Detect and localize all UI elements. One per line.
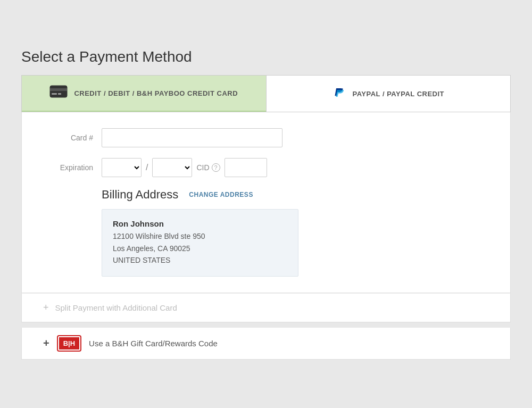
address-line2: Los Angeles, CA 90025: [113, 243, 287, 254]
expiry-selects: 01 02 03 04 05 06 07 08 09 10 11 12 / 20…: [102, 158, 267, 177]
payment-tabs: CREDIT / DEBIT / B&H PAYBOO CREDIT CARD …: [21, 75, 511, 112]
split-payment-bar[interactable]: + Split Payment with Additional Card: [21, 293, 511, 322]
address-name: Ron Johnson: [113, 219, 287, 228]
svg-rect-3: [58, 93, 61, 95]
cid-input[interactable]: [225, 158, 267, 177]
address-line1: 12100 Wilshire Blvd ste 950: [113, 230, 287, 242]
credit-card-panel: Card # Expiration 01 02 03 04 05 06 07 0…: [21, 112, 511, 293]
gift-plus-icon: +: [43, 337, 49, 349]
svg-rect-0: [50, 86, 67, 97]
billing-title: Billing Address: [102, 188, 178, 202]
address-box: Ron Johnson 12100 Wilshire Blvd ste 950 …: [102, 209, 298, 276]
change-address-link[interactable]: CHANGE ADDRESS: [189, 191, 253, 198]
expiry-slash: /: [146, 163, 148, 172]
expiration-row: Expiration 01 02 03 04 05 06 07 08 09 10…: [43, 158, 489, 177]
expiry-month-select[interactable]: 01 02 03 04 05 06 07 08 09 10 11 12: [102, 158, 142, 177]
cid-label-group: CID ?: [196, 163, 220, 172]
expiration-label: Expiration: [43, 163, 102, 172]
gift-card-label: Use a B&H Gift Card/Rewards Code: [89, 339, 218, 348]
address-line3: UNITED STATES: [113, 254, 287, 266]
page-title: Select a Payment Method: [21, 48, 511, 65]
expiry-year-select[interactable]: 2024 2025 2026 2027 2028 2029 2030 2031 …: [152, 158, 192, 177]
split-plus-icon: +: [43, 302, 49, 313]
gift-card-bar[interactable]: + B|H Use a B&H Gift Card/Rewards Code: [21, 328, 511, 360]
paypal-icon: [332, 85, 346, 102]
billing-header: Billing Address CHANGE ADDRESS: [102, 188, 489, 202]
tab-paypal-label: PAYPAL / PAYPAL CREDIT: [352, 90, 444, 98]
card-number-row: Card #: [43, 128, 489, 147]
split-payment-label: Split Payment with Additional Card: [55, 303, 177, 312]
card-number-input[interactable]: [102, 128, 282, 147]
tab-credit-label: CREDIT / DEBIT / B&H PAYBOO CREDIT CARD: [74, 89, 238, 97]
cid-text: CID: [196, 163, 209, 172]
billing-section: Billing Address CHANGE ADDRESS Ron Johns…: [102, 188, 489, 276]
card-number-label: Card #: [43, 134, 102, 142]
tab-credit-card[interactable]: CREDIT / DEBIT / B&H PAYBOO CREDIT CARD: [22, 76, 266, 112]
svg-rect-1: [50, 88, 67, 91]
svg-rect-2: [52, 93, 57, 95]
cid-help-icon[interactable]: ?: [212, 163, 220, 172]
bh-logo: B|H: [58, 336, 80, 351]
tab-paypal[interactable]: PAYPAL / PAYPAL CREDIT: [267, 76, 511, 112]
credit-card-icon: [49, 85, 68, 101]
